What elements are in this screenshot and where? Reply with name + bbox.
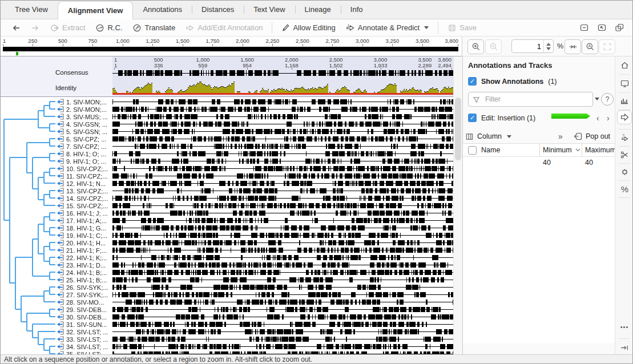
zoom-out-button[interactable] [485, 39, 502, 54]
gear-icon-button[interactable] [620, 167, 630, 177]
sequence-row[interactable]: 2. SIV-MON;... [57, 106, 112, 113]
percent-icon-button[interactable]: % [620, 184, 630, 194]
sequence-row[interactable]: 35. SIV-LST;... [57, 350, 112, 354]
alignment-ruler[interactable]: 115003361,0005591,5009542,0001,1682,5001… [112, 56, 453, 70]
zoom-in-button[interactable] [467, 39, 484, 54]
edit-insertion-checkbox[interactable] [468, 114, 477, 122]
sequence-row[interactable]: 4. SIV-GSN; ... [57, 120, 112, 128]
sequence-row[interactable]: 19. HIV-1; C;... [57, 232, 112, 239]
next-annotation-button[interactable]: › [607, 114, 610, 122]
sequence-row[interactable]: 30. SIV-DEB... [57, 313, 112, 321]
arrow-right-icon-button[interactable] [617, 110, 632, 124]
sequence-row[interactable]: 29. SIV-DEB... [57, 306, 112, 313]
tab-annotations[interactable]: Annotations [133, 1, 192, 19]
sequence-row[interactable]: 16. HIV-1; J; ... [57, 209, 112, 217]
sequence-row[interactable]: 6. SIV-CPZ; ... [57, 135, 112, 143]
insertion-track-swatch[interactable] [551, 114, 590, 119]
save-button[interactable]: Save [447, 23, 477, 33]
column-divider[interactable] [582, 144, 582, 156]
reverse-complement-button[interactable]: R.C. [95, 23, 122, 33]
allow-editing-button[interactable]: Allow Editing [281, 23, 335, 32]
select-all-checkbox[interactable] [468, 146, 477, 155]
more-columns-button[interactable]: » [558, 132, 563, 141]
sequence-row[interactable]: 21. HIV-1; F;... [57, 246, 112, 254]
zoom-level-input[interactable] [512, 40, 543, 52]
tab-distances[interactable]: Distances [192, 1, 244, 19]
zoom-to-selection-button[interactable]: A [582, 39, 598, 54]
sequence-row[interactable]: 27. SIV-SYK;... [57, 291, 112, 298]
translate-button[interactable]: Translate [132, 23, 175, 33]
column-divider[interactable] [539, 144, 540, 156]
forward-button[interactable] [31, 23, 40, 33]
histogram-icon-button[interactable] [620, 96, 630, 106]
overview-insertion-annotation[interactable] [16, 52, 18, 55]
alignment-canvas[interactable] [112, 56, 453, 354]
sequence-name: 18. HIV-1; G... [66, 225, 106, 232]
vertical-scrollbar-thumb[interactable] [455, 98, 461, 160]
prev-annotation-button[interactable]: ‹ [596, 114, 599, 122]
sequence-row[interactable]: 15. SIV-CPZ;... [57, 202, 112, 209]
duplicate-window-icon[interactable] [615, 23, 624, 33]
sequence-row[interactable]: 12. HIV-1; N... [57, 180, 112, 187]
sequence-row[interactable]: 33. SIV-LST; ... [57, 335, 112, 343]
fit-to-width-button[interactable] [565, 39, 581, 54]
collapse-panel-button[interactable] [620, 343, 630, 353]
sequence-row[interactable]: 7. SIV-CPZ; ... [57, 143, 112, 150]
sequence-row[interactable]: 24. HIV-1; B;... [57, 269, 112, 276]
sequence-row[interactable]: 17. HIV-1; A;... [57, 217, 112, 224]
help-button[interactable]: ? [601, 93, 614, 106]
maximum-cell[interactable]: 40 [585, 159, 593, 167]
zoom-out-icon [489, 42, 498, 51]
pop-out-button[interactable]: Pop out [574, 132, 610, 141]
sequence-row[interactable]: 10. SIV-CPZ;... [57, 165, 112, 172]
minimum-cell[interactable]: 40 [543, 159, 551, 167]
sequence-row[interactable]: 34. SIV-LST; ... [57, 343, 112, 350]
monitor-icon-button[interactable] [620, 79, 630, 88]
overview-sequence-bar[interactable] [3, 47, 458, 51]
alignment-overview-ruler[interactable]: 12505007501,0001,2501,5001,7502,0002,250… [1, 37, 462, 56]
tab-info[interactable]: Info [341, 1, 373, 19]
sequence-row[interactable]: 26. SIV-SYK;... [57, 284, 112, 291]
sequence-row[interactable]: 25. HIV-1; B;... [57, 276, 112, 284]
extract-button[interactable]: Extract [50, 23, 85, 33]
sequence-row[interactable]: 23. HIV-1; D... [57, 261, 112, 269]
sequence-row[interactable]: 31. SIV-SUN... [57, 321, 112, 328]
annotate-question-icon-button[interactable]: ? [620, 133, 630, 143]
sequence-row[interactable]: 20. HIV-1; H... [57, 239, 112, 246]
vertical-scrollbar[interactable] [453, 56, 462, 354]
guide-tree[interactable] [1, 56, 63, 354]
filter-input[interactable] [484, 95, 589, 104]
tab-alignment-view[interactable]: Alignment View [58, 1, 134, 19]
tab-text-view[interactable]: Text View [244, 1, 295, 19]
collapse-pane-icon[interactable] [579, 23, 589, 33]
sequence-row[interactable]: 14. SIV-CPZ;... [57, 195, 112, 202]
sequence-row[interactable]: 9. HIV-1; O; ... [57, 157, 112, 165]
full-screen-button[interactable] [599, 39, 615, 54]
back-button[interactable] [11, 23, 21, 33]
add-edit-annotation-button[interactable]: Add/Edit Annotation [186, 23, 263, 33]
column-button[interactable]: Column [465, 132, 511, 141]
sequence-row[interactable]: 18. HIV-1; G... [57, 224, 112, 232]
sequence-row[interactable]: 22. HIV-1; K;... [57, 254, 112, 261]
sequence-row[interactable]: 8. HIV-1; O; ... [57, 150, 112, 157]
minimum-column-header[interactable]: Minimum [543, 144, 580, 156]
sequence-row[interactable]: 3. SIV-MUS; ... [57, 113, 112, 120]
scissors-icon-button[interactable] [620, 150, 630, 160]
tab-tree-view[interactable]: Tree View [5, 1, 58, 19]
sequence-row[interactable]: 32. SIV-LST; ... [57, 328, 112, 335]
sequence-row[interactable]: 1. SIV-MON;... [57, 98, 112, 106]
maximum-column-header[interactable]: Maximum [585, 144, 615, 156]
show-annotations-checkbox[interactable] [468, 77, 477, 86]
zoom-spinner[interactable] [543, 40, 553, 52]
sequence-row[interactable]: 28. SIV-MO... [57, 298, 112, 306]
name-column-header[interactable]: Name [468, 144, 500, 156]
sequence-row[interactable]: 11. SIV-CPZ;... [57, 172, 112, 180]
restore-pane-icon[interactable] [597, 23, 607, 33]
home-icon-button[interactable] [620, 60, 630, 70]
sequence-row[interactable]: 5. SIV-GSN; ... [57, 128, 112, 135]
filter-dropdown-icon[interactable] [595, 98, 599, 100]
overflow-menu-button[interactable]: ••• [615, 323, 633, 330]
sequence-row[interactable]: 13. SIV-CPZ;... [57, 187, 112, 195]
annotate-predict-button[interactable]: 1 Annotate & Predict [346, 23, 429, 33]
tab-lineage[interactable]: Lineage [295, 1, 341, 19]
